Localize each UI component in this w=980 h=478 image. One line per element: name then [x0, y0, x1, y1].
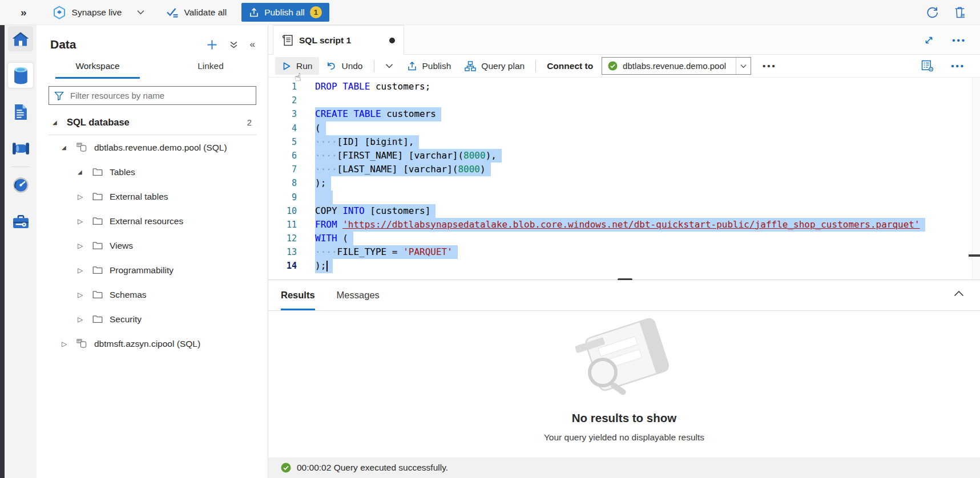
line-number: 14 [268, 259, 297, 273]
code-line-10[interactable]: 10COPY INTO [customers] [268, 204, 980, 218]
code-line-9[interactable]: 9 [268, 191, 980, 204]
validate-all-button[interactable]: Validate all [166, 7, 227, 18]
query-plan-button[interactable]: Query plan [458, 57, 531, 75]
code-line-7[interactable]: 7····[LAST_NAME] [varchar](8000) [268, 163, 980, 176]
tab-sql-script-1[interactable]: SQL script 1 [273, 25, 404, 55]
editor-more-icon[interactable]: ••• [951, 62, 965, 70]
publish-all-button[interactable]: Publish all 1 [241, 3, 329, 22]
dropdown-chevron-icon[interactable] [736, 58, 751, 74]
collapse-results-icon[interactable] [954, 290, 964, 297]
data-explorer-panel: Data « Workspace Linked ◢ SQL database 2… [37, 25, 268, 478]
folder-icon [92, 217, 103, 225]
nav-home-icon[interactable] [8, 26, 33, 51]
expand-editor-icon[interactable] [924, 35, 934, 45]
editor-tab-bar: SQL script 1 ••• [268, 25, 980, 55]
editor-scrollbar[interactable] [972, 78, 980, 279]
code-text: DROP TABLE customers; [297, 80, 430, 94]
chevron-collapsed-icon[interactable]: ▷ [78, 266, 86, 274]
tree-item-label: Views [110, 241, 133, 251]
filter-input[interactable] [69, 90, 251, 101]
tab-linked[interactable]: Linked [168, 61, 253, 79]
code-line-8[interactable]: 8); [268, 176, 980, 190]
toolbar-more-icon[interactable]: ••• [763, 62, 777, 70]
tree-item-label: Schemas [110, 290, 147, 300]
editor-toolbar: Run Undo Publish Query plan Connect to [268, 55, 980, 78]
scrollbar-thumb[interactable] [969, 254, 980, 257]
tree-item-external-resources[interactable]: ▷External resources [37, 209, 268, 233]
nav-develop-icon[interactable] [8, 99, 33, 124]
tree-item-label: dbtlabs.revenue.demo.pool (SQL) [94, 143, 227, 153]
code-line-1[interactable]: 1DROP TABLE customers; [268, 80, 980, 94]
code-line-3[interactable]: 3CREATE TABLE customers [268, 107, 980, 121]
properties-icon[interactable] [921, 60, 934, 72]
line-number: 5 [268, 135, 297, 149]
nav-data-icon[interactable] [8, 63, 33, 88]
filter-funnel-icon [54, 91, 64, 100]
chevron-expanded-icon[interactable]: ◢ [62, 144, 70, 151]
collapse-panel-icon[interactable]: « [250, 39, 255, 50]
chevron-collapsed-icon[interactable]: ▷ [62, 340, 70, 348]
chevron-collapsed-icon[interactable]: ▷ [78, 217, 86, 225]
tree-item-programmability[interactable]: ▷Programmability [37, 258, 268, 282]
expand-rail-icon[interactable]: » [21, 6, 27, 19]
tree-item-label: Security [110, 314, 142, 325]
nav-manage-icon[interactable] [8, 209, 33, 234]
tree-item-external-tables[interactable]: ▷External tables [37, 184, 268, 209]
code-text: ( [297, 121, 326, 135]
tree-item-schemas[interactable]: ▷Schemas [37, 282, 268, 307]
section-sql-database[interactable]: ◢ SQL database 2 [37, 110, 268, 135]
sql-pool-icon [76, 143, 87, 152]
code-line-11[interactable]: 11FROM 'https://dbtlabsynapsedatalake.bl… [268, 218, 980, 232]
publish-button[interactable]: Publish [400, 57, 458, 75]
tree-item-dbtlabs-revenue-demo-pool-sql[interactable]: ◢dbtlabs.revenue.demo.pool (SQL) [37, 135, 268, 160]
line-number: 12 [268, 232, 297, 245]
tab-messages[interactable]: Messages [337, 280, 380, 310]
play-icon [282, 62, 291, 71]
validate-label: Validate all [184, 7, 227, 18]
chevron-collapsed-icon[interactable]: ▷ [78, 193, 86, 201]
tree-item-label: dbtmsft.azsyn.cipool (SQL) [94, 339, 200, 349]
code-line-4[interactable]: 4( [268, 121, 980, 135]
connect-to-dropdown[interactable]: dbtlabs.revenue.demo.pool [602, 57, 751, 75]
top-command-bar: » Synapse live Validate all Publish all … [0, 0, 980, 25]
code-line-6[interactable]: 6····[FIRST_NAME] [varchar](8000), [268, 149, 980, 163]
code-text: COPY INTO [customers] [297, 204, 435, 218]
results-tab-bar: Results Messages [268, 280, 980, 311]
collapse-all-icon[interactable] [229, 40, 238, 49]
tree-item-tables[interactable]: ◢Tables [37, 160, 268, 184]
tab-results[interactable]: Results [281, 280, 315, 310]
refresh-icon[interactable] [926, 6, 938, 18]
sql-code-editor[interactable]: 1DROP TABLE customers;23CREATE TABLE cus… [268, 78, 980, 279]
sql-pool-icon [76, 339, 87, 349]
tree-item-dbtmsft-azsyn-cipool-sql[interactable]: ▷dbtmsft.azsyn.cipool (SQL) [37, 331, 268, 356]
chevron-collapsed-icon[interactable]: ▷ [78, 242, 86, 250]
chevron-down-icon[interactable] [137, 10, 144, 15]
code-line-5[interactable]: 5····[ID] [bigint], [268, 135, 980, 149]
text-cursor [326, 261, 328, 272]
nav-integrate-icon[interactable] [8, 136, 33, 161]
section-label: SQL database [67, 117, 130, 128]
empty-state-title: No results to show [572, 411, 676, 425]
code-line-13[interactable]: 13····FILE_TYPE = 'PARQUET' [268, 245, 980, 259]
line-number: 4 [268, 121, 297, 135]
synapse-icon [53, 6, 66, 19]
tree-item-views[interactable]: ▷Views [37, 233, 268, 258]
code-line-12[interactable]: 12WITH ( [268, 232, 980, 245]
chevron-expanded-icon[interactable]: ◢ [53, 119, 61, 125]
chevron-collapsed-icon[interactable]: ▷ [78, 315, 86, 323]
nav-monitor-icon[interactable] [8, 172, 33, 197]
undo-button[interactable]: Undo [319, 57, 369, 75]
synapse-live-selector[interactable]: Synapse live [53, 6, 145, 19]
add-resource-icon[interactable] [207, 39, 217, 50]
tab-more-actions-icon[interactable]: ••• [952, 36, 966, 44]
discard-trash-icon[interactable] [954, 6, 965, 18]
code-line-2[interactable]: 2 [268, 94, 980, 107]
code-line-14[interactable]: 14); [268, 259, 980, 273]
run-options-chevron[interactable] [378, 57, 400, 75]
tree-item-security[interactable]: ▷Security [37, 307, 268, 331]
filter-box[interactable] [49, 86, 256, 105]
upload-icon [249, 7, 259, 18]
chevron-expanded-icon[interactable]: ◢ [78, 169, 86, 175]
tab-workspace[interactable]: Workspace [55, 61, 140, 79]
chevron-collapsed-icon[interactable]: ▷ [78, 291, 86, 299]
